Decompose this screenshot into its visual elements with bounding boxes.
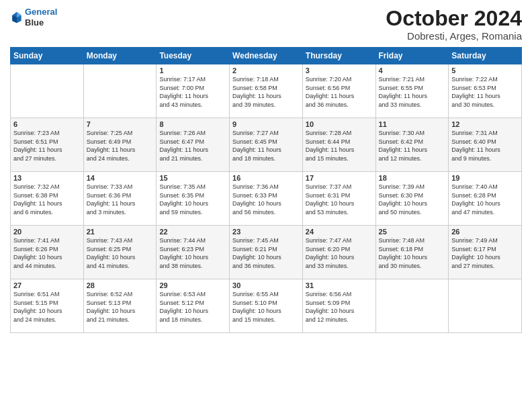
calendar-cell: [449, 279, 522, 333]
calendar-page: General Blue October 2024 Dobresti, Arge…: [0, 0, 532, 411]
calendar-cell: 18Sunrise: 7:39 AM Sunset: 6:30 PM Dayli…: [375, 172, 449, 226]
calendar-cell: [11, 64, 84, 118]
calendar-cell: 31Sunrise: 6:56 AM Sunset: 5:09 PM Dayli…: [302, 279, 375, 333]
cell-content: Sunrise: 7:20 AM Sunset: 6:56 PM Dayligh…: [306, 75, 373, 109]
cell-content: Sunrise: 7:37 AM Sunset: 6:31 PM Dayligh…: [306, 183, 373, 216]
cell-content: Sunrise: 7:41 AM Sunset: 6:26 PM Dayligh…: [13, 236, 81, 270]
cell-content: Sunrise: 7:45 AM Sunset: 6:21 PM Dayligh…: [232, 236, 300, 270]
cell-content: Sunrise: 7:17 AM Sunset: 7:00 PM Dayligh…: [159, 75, 226, 109]
calendar-cell: 23Sunrise: 7:45 AM Sunset: 6:21 PM Dayli…: [230, 226, 303, 279]
col-header-saturday: Saturday: [449, 48, 522, 64]
cell-content: Sunrise: 7:47 AM Sunset: 6:20 PM Dayligh…: [306, 236, 373, 270]
cell-content: Sunrise: 7:48 AM Sunset: 6:18 PM Dayligh…: [379, 236, 446, 270]
cell-content: Sunrise: 7:32 AM Sunset: 6:38 PM Dayligh…: [13, 183, 81, 216]
calendar-cell: 3Sunrise: 7:20 AM Sunset: 6:56 PM Daylig…: [302, 64, 375, 118]
calendar-cell: [375, 279, 449, 333]
logo-text: General Blue: [25, 7, 57, 28]
cell-content: Sunrise: 7:28 AM Sunset: 6:44 PM Dayligh…: [306, 129, 373, 163]
day-number: 26: [451, 228, 519, 236]
calendar-cell: 11Sunrise: 7:30 AM Sunset: 6:42 PM Dayli…: [375, 118, 449, 172]
day-number: 4: [379, 66, 446, 75]
col-header-wednesday: Wednesday: [230, 48, 303, 64]
cell-content: Sunrise: 7:31 AM Sunset: 6:40 PM Dayligh…: [451, 129, 519, 163]
day-number: 31: [306, 281, 373, 289]
calendar-cell: 4Sunrise: 7:21 AM Sunset: 6:55 PM Daylig…: [375, 64, 449, 118]
calendar-cell: 21Sunrise: 7:43 AM Sunset: 6:25 PM Dayli…: [83, 226, 157, 279]
calendar-table: SundayMondayTuesdayWednesdayThursdayFrid…: [10, 47, 522, 333]
day-number: 3: [306, 66, 373, 75]
day-number: 20: [13, 228, 81, 236]
week-row-3: 13Sunrise: 7:32 AM Sunset: 6:38 PM Dayli…: [11, 172, 522, 226]
title-area: October 2024 Dobresti, Arges, Romania: [386, 7, 522, 42]
calendar-cell: 6Sunrise: 7:23 AM Sunset: 6:51 PM Daylig…: [11, 118, 84, 172]
day-number: 24: [306, 228, 373, 236]
calendar-cell: 17Sunrise: 7:37 AM Sunset: 6:31 PM Dayli…: [302, 172, 375, 226]
day-number: 1: [159, 66, 226, 75]
day-number: 22: [159, 228, 226, 236]
location-title: Dobresti, Arges, Romania: [386, 30, 522, 42]
calendar-cell: 1Sunrise: 7:17 AM Sunset: 7:00 PM Daylig…: [157, 64, 230, 118]
col-header-sunday: Sunday: [11, 48, 84, 64]
day-number: 9: [232, 120, 300, 128]
logo: General Blue: [10, 7, 57, 28]
calendar-cell: 25Sunrise: 7:48 AM Sunset: 6:18 PM Dayli…: [375, 226, 449, 279]
day-number: 16: [232, 174, 300, 182]
cell-content: Sunrise: 7:49 AM Sunset: 6:17 PM Dayligh…: [451, 236, 519, 270]
cell-content: Sunrise: 7:26 AM Sunset: 6:47 PM Dayligh…: [159, 129, 226, 163]
calendar-cell: 30Sunrise: 6:55 AM Sunset: 5:10 PM Dayli…: [230, 279, 303, 333]
day-number: 23: [232, 228, 300, 236]
week-row-5: 27Sunrise: 6:51 AM Sunset: 5:15 PM Dayli…: [11, 279, 522, 333]
day-number: 12: [451, 120, 519, 128]
cell-content: Sunrise: 7:35 AM Sunset: 6:35 PM Dayligh…: [159, 183, 226, 216]
day-number: 15: [159, 174, 226, 182]
day-number: 17: [306, 174, 373, 182]
logo-line2: Blue: [25, 17, 57, 28]
day-number: 25: [379, 228, 446, 236]
calendar-cell: 9Sunrise: 7:27 AM Sunset: 6:45 PM Daylig…: [230, 118, 303, 172]
day-number: 7: [87, 120, 154, 128]
cell-content: Sunrise: 7:21 AM Sunset: 6:55 PM Dayligh…: [379, 75, 446, 109]
logo-line1: General: [25, 7, 57, 17]
day-number: 2: [232, 66, 300, 75]
cell-content: Sunrise: 7:40 AM Sunset: 6:28 PM Dayligh…: [451, 183, 519, 216]
cell-content: Sunrise: 7:43 AM Sunset: 6:25 PM Dayligh…: [87, 236, 154, 270]
cell-content: Sunrise: 7:33 AM Sunset: 6:36 PM Dayligh…: [87, 183, 154, 216]
day-number: 21: [87, 228, 154, 236]
calendar-cell: 26Sunrise: 7:49 AM Sunset: 6:17 PM Dayli…: [449, 226, 522, 279]
calendar-cell: 29Sunrise: 6:53 AM Sunset: 5:12 PM Dayli…: [157, 279, 230, 333]
cell-content: Sunrise: 7:44 AM Sunset: 6:23 PM Dayligh…: [159, 236, 226, 270]
cell-content: Sunrise: 6:51 AM Sunset: 5:15 PM Dayligh…: [13, 290, 81, 324]
cell-content: Sunrise: 7:22 AM Sunset: 6:53 PM Dayligh…: [451, 75, 519, 109]
header-row: SundayMondayTuesdayWednesdayThursdayFrid…: [11, 48, 522, 64]
day-number: 11: [379, 120, 446, 128]
month-title: October 2024: [386, 7, 522, 30]
day-number: 28: [87, 281, 154, 289]
calendar-cell: 28Sunrise: 6:52 AM Sunset: 5:13 PM Dayli…: [83, 279, 157, 333]
calendar-cell: 5Sunrise: 7:22 AM Sunset: 6:53 PM Daylig…: [449, 64, 522, 118]
cell-content: Sunrise: 6:56 AM Sunset: 5:09 PM Dayligh…: [306, 290, 373, 324]
day-number: 8: [159, 120, 226, 128]
cell-content: Sunrise: 7:23 AM Sunset: 6:51 PM Dayligh…: [13, 129, 81, 163]
calendar-cell: 7Sunrise: 7:25 AM Sunset: 6:49 PM Daylig…: [83, 118, 157, 172]
calendar-cell: 27Sunrise: 6:51 AM Sunset: 5:15 PM Dayli…: [11, 279, 84, 333]
day-number: 19: [451, 174, 519, 182]
calendar-cell: 12Sunrise: 7:31 AM Sunset: 6:40 PM Dayli…: [449, 118, 522, 172]
cell-content: Sunrise: 7:36 AM Sunset: 6:33 PM Dayligh…: [232, 183, 300, 216]
calendar-cell: 19Sunrise: 7:40 AM Sunset: 6:28 PM Dayli…: [449, 172, 522, 226]
calendar-cell: 2Sunrise: 7:18 AM Sunset: 6:58 PM Daylig…: [230, 64, 303, 118]
cell-content: Sunrise: 7:18 AM Sunset: 6:58 PM Dayligh…: [232, 75, 300, 109]
day-number: 10: [306, 120, 373, 128]
col-header-tuesday: Tuesday: [157, 48, 230, 64]
day-number: 30: [232, 281, 300, 289]
day-number: 6: [13, 120, 81, 128]
col-header-monday: Monday: [83, 48, 157, 64]
calendar-cell: 20Sunrise: 7:41 AM Sunset: 6:26 PM Dayli…: [11, 226, 84, 279]
calendar-cell: 16Sunrise: 7:36 AM Sunset: 6:33 PM Dayli…: [230, 172, 303, 226]
calendar-cell: 15Sunrise: 7:35 AM Sunset: 6:35 PM Dayli…: [157, 172, 230, 226]
week-row-1: 1Sunrise: 7:17 AM Sunset: 7:00 PM Daylig…: [11, 64, 522, 118]
cell-content: Sunrise: 6:55 AM Sunset: 5:10 PM Dayligh…: [232, 290, 300, 324]
day-number: 5: [451, 66, 519, 75]
calendar-cell: 22Sunrise: 7:44 AM Sunset: 6:23 PM Dayli…: [157, 226, 230, 279]
cell-content: Sunrise: 7:25 AM Sunset: 6:49 PM Dayligh…: [87, 129, 154, 163]
col-header-thursday: Thursday: [302, 48, 375, 64]
